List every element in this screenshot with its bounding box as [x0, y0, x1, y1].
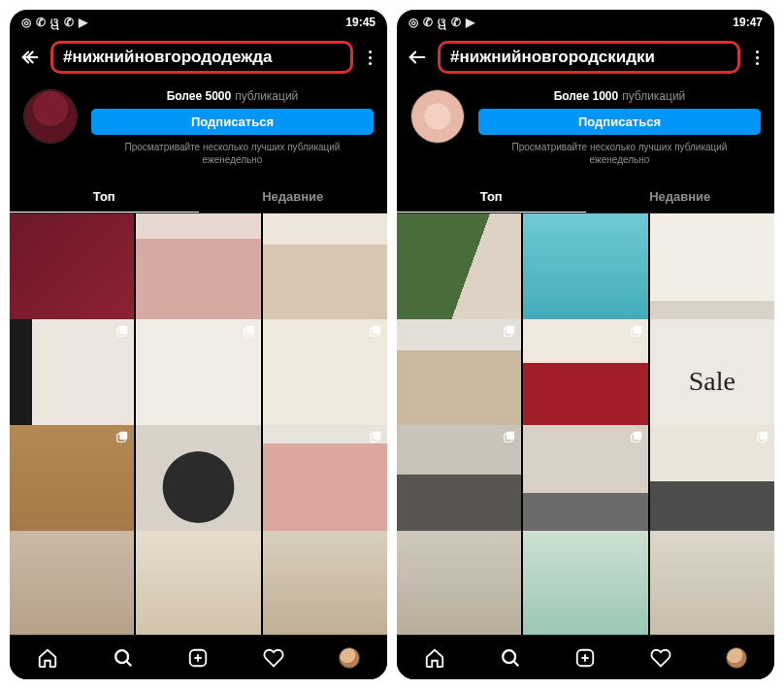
profile-meta: Более 1000публикаций Подписаться Просмат… [478, 89, 761, 166]
nav-home[interactable] [424, 647, 445, 669]
post-tile[interactable] [397, 531, 521, 635]
nav-create[interactable] [187, 647, 209, 669]
svg-rect-22 [506, 432, 514, 440]
carousel-icon [115, 430, 129, 443]
post-tile[interactable] [523, 531, 647, 635]
status-time: 19:47 [733, 16, 763, 29]
nav-profile[interactable] [339, 647, 360, 669]
bottom-nav [10, 635, 387, 679]
svg-line-13 [126, 661, 131, 666]
back-button[interactable] [407, 47, 428, 68]
svg-rect-8 [119, 432, 127, 440]
nav-search[interactable] [500, 647, 521, 669]
instagram-icon: ◎ [21, 16, 31, 29]
svg-rect-18 [506, 326, 514, 334]
tile-text: Sale [689, 366, 735, 397]
tab-top[interactable]: Топ [397, 180, 586, 213]
follow-button[interactable]: Подписаться [478, 109, 761, 135]
more-options-button[interactable] [363, 50, 377, 65]
hashtag-title: #нижнийновгородо­дежда [63, 48, 273, 66]
carousel-icon [369, 430, 382, 443]
carousel-icon [630, 430, 643, 443]
instagram-icon: ◎ [408, 16, 418, 29]
viber2-icon: ✆ [64, 16, 74, 29]
carousel-icon [503, 324, 516, 338]
svg-point-28 [503, 650, 515, 663]
viber-icon: ✆ [423, 16, 433, 29]
tabs: Топ Недавние [10, 180, 387, 213]
status-bar: ◎ ✆ ୱ ✆ ▶ 19:47 [397, 10, 774, 35]
hashtag-avatar[interactable] [410, 89, 465, 144]
hashtag-avatar[interactable] [23, 89, 78, 144]
nav-search[interactable] [113, 647, 134, 669]
svg-rect-2 [119, 326, 127, 334]
viber2-icon: ✆ [451, 16, 461, 29]
back-button[interactable] [19, 47, 41, 68]
svg-rect-6 [373, 326, 380, 334]
post-count: Более 5000публикаций [167, 89, 299, 103]
avatar-icon [339, 647, 360, 669]
follow-hint: Просматривайте несколько лучших публикац… [91, 141, 374, 166]
profile-meta: Более 5000публикаций Подписаться Просмат… [91, 89, 374, 166]
carousel-icon [630, 324, 643, 338]
more-options-button[interactable] [750, 50, 765, 65]
carousel-icon [369, 324, 382, 338]
carousel-icon [115, 324, 129, 338]
status-icons: ◎ ✆ ୱ ✆ ▶ [408, 16, 474, 29]
hashtag-profile: Более 1000публикаций Подписаться Просмат… [397, 80, 774, 172]
carousel-icon [503, 430, 516, 443]
viber-icon: ✆ [36, 16, 46, 29]
status-time: 19:45 [345, 16, 376, 29]
svg-line-29 [513, 661, 518, 666]
hashtag-profile: Более 5000публикаций Подписаться Просмат… [10, 80, 387, 172]
tab-recent[interactable]: Недавние [586, 180, 775, 213]
ok-icon: ୱ [438, 16, 446, 29]
play-icon: ▶ [466, 16, 474, 29]
svg-rect-24 [634, 432, 641, 440]
post-tile[interactable] [136, 531, 260, 635]
post-tile[interactable] [10, 531, 134, 635]
svg-rect-26 [760, 432, 768, 440]
phone-left: ◎ ✆ ୱ ✆ ▶ 19:45 #нижнийновгородо­дежда Б… [10, 10, 387, 679]
hashtag-highlight: #нижнийновгородо­дежда [50, 41, 353, 74]
status-icons: ◎ ✆ ୱ ✆ ▶ [21, 16, 87, 29]
header: #нижнийновгородскидки [397, 35, 774, 80]
tab-recent[interactable]: Недавние [199, 180, 388, 213]
post-count: Более 1000публикаций [554, 89, 686, 103]
follow-button[interactable]: Подписаться [91, 109, 374, 135]
phone-right: ◎ ✆ ୱ ✆ ▶ 19:47 #нижнийновгородскидки Бо… [397, 10, 774, 679]
follow-hint: Просматривайте несколько лучших публикац… [478, 141, 761, 166]
play-icon: ▶ [79, 16, 87, 29]
carousel-icon [243, 324, 256, 338]
hashtag-title: #нижнийновгородскидки [450, 48, 655, 66]
status-bar: ◎ ✆ ୱ ✆ ▶ 19:45 [10, 10, 387, 35]
nav-activity[interactable] [650, 647, 671, 669]
tabs: Топ Недавние [397, 180, 774, 213]
svg-rect-10 [373, 432, 380, 440]
carousel-icon [756, 430, 769, 443]
header: #нижнийновгородо­дежда [10, 35, 387, 80]
ok-icon: ୱ [50, 16, 59, 29]
svg-rect-4 [246, 326, 254, 334]
hashtag-highlight: #нижнийновгородскидки [438, 41, 740, 74]
avatar-icon [726, 647, 747, 669]
svg-rect-20 [634, 326, 641, 334]
post-tile[interactable] [263, 531, 387, 635]
posts-grid: Sale [397, 213, 774, 635]
nav-profile[interactable] [726, 647, 747, 669]
bottom-nav [397, 635, 774, 679]
nav-create[interactable] [574, 647, 596, 669]
posts-grid [10, 213, 387, 635]
svg-point-12 [115, 650, 128, 663]
tab-top[interactable]: Топ [10, 180, 199, 213]
nav-home[interactable] [37, 647, 58, 669]
nav-activity[interactable] [263, 647, 284, 669]
post-tile[interactable] [650, 531, 774, 635]
